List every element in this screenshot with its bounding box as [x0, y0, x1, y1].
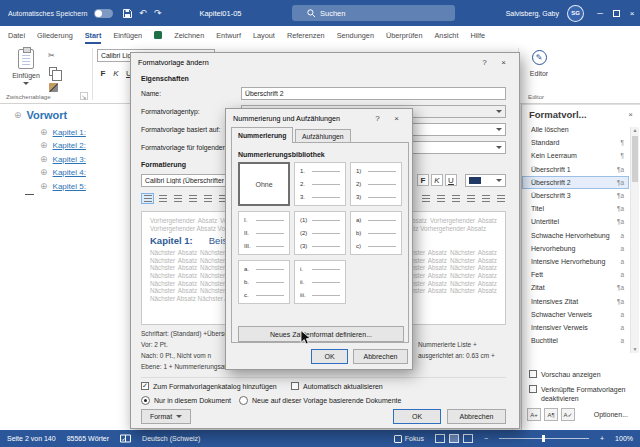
based-documents-radio[interactable]: Neue auf dieser Vorlage basierende Dokum… — [239, 396, 401, 405]
dialog-title-bar[interactable]: Formatvorlage ändern ? × — [131, 53, 519, 71]
align-justify-icon[interactable] — [186, 193, 199, 204]
help-icon[interactable]: ? — [369, 111, 386, 125]
ribbon-tab-gliederung[interactable]: Gliederung — [37, 26, 73, 44]
outline-expand-icon[interactable]: ⊕ — [40, 127, 48, 137]
minimize-button[interactable]: ─ — [592, 0, 608, 26]
heading-kapitel-4[interactable]: Kapitel 4: — [53, 168, 86, 177]
scrollbar-thumb[interactable] — [632, 136, 638, 182]
style-item-schwache-hervorhebung[interactable]: Schwache Hervorhebunga — [522, 229, 629, 242]
italic-button[interactable]: K — [110, 67, 122, 79]
align-left-icon[interactable] — [141, 193, 154, 204]
style-item-zitat[interactable]: Zitat¶a — [522, 281, 629, 294]
tab-nummerierung[interactable]: Nummerierung — [231, 127, 293, 143]
zoom-level[interactable]: 100% — [615, 435, 633, 442]
style-inspector-button[interactable]: A¶ — [544, 408, 558, 421]
zoom-slider-thumb[interactable] — [542, 435, 545, 442]
green-addin-icon[interactable] — [154, 31, 162, 39]
ok-button[interactable]: OK — [311, 349, 348, 364]
numbering-option-decimal-dot[interactable]: 1. 2. 3. — [294, 162, 346, 206]
numbering-option-decimal-paren[interactable]: 1) 2) 3) — [350, 162, 402, 206]
manage-styles-button[interactable]: A✓ — [561, 408, 575, 421]
add-to-gallery-checkbox[interactable]: Zum Formatvorlagenkatalog hinzufügen — [141, 382, 277, 390]
preview-checkbox[interactable]: Vorschau anzeigen — [529, 370, 601, 378]
outline-row[interactable]: ⊕ Kapitel 2: — [40, 140, 86, 150]
ribbon-tab-start[interactable]: Start — [85, 26, 102, 44]
style-item-fett[interactable]: Fetta — [522, 268, 629, 281]
page-indicator[interactable]: Seite 2 von 140 — [7, 435, 56, 442]
scroll-down-icon[interactable]: ▼ — [631, 346, 639, 352]
focus-button[interactable]: Fokus — [394, 435, 424, 443]
zoom-in-button[interactable]: + — [600, 435, 604, 442]
editor-button[interactable]: ✎ Editor — [524, 50, 554, 77]
word-count[interactable]: 85565 Wörter — [67, 435, 109, 442]
ribbon-tab-ansicht[interactable]: Ansicht — [434, 26, 458, 44]
heading-kapitel-2[interactable]: Kapitel 2: — [53, 141, 86, 150]
style-item-standard[interactable]: Standard¶ — [522, 136, 629, 149]
outline-row[interactable]: ⊕ Kapitel 4: — [40, 167, 86, 177]
style-item-buchtitel[interactable]: Buchtitela — [522, 334, 629, 347]
outline-expand-icon[interactable]: ⊕ — [14, 110, 22, 120]
spellcheck-icon[interactable] — [120, 434, 131, 443]
style-item-ueberschrift-3[interactable]: Überschrift 3¶a — [522, 189, 629, 202]
heading-kapitel-5[interactable]: Kapitel 5: — [53, 182, 86, 191]
outline-expand-icon[interactable]: ⊕ — [40, 181, 48, 191]
auto-update-checkbox[interactable]: Automatisch aktualisieren — [291, 382, 383, 390]
numbering-option-alpha-paren[interactable]: a) b) c) — [350, 211, 402, 255]
ribbon-tab-sendungen[interactable]: Sendungen — [337, 26, 374, 44]
zoom-out-button[interactable]: − — [484, 435, 488, 442]
close-icon[interactable]: × — [388, 111, 405, 125]
cut-icon[interactable]: ✂ — [48, 51, 55, 60]
ribbon-tab-entwurf[interactable]: Entwurf — [216, 26, 241, 44]
increase-indent-icon[interactable] — [464, 193, 477, 204]
read-mode-icon[interactable] — [435, 434, 445, 443]
autosave-toggle[interactable] — [94, 9, 113, 18]
save-icon[interactable] — [120, 4, 135, 22]
outline-expand-icon[interactable]: ⊕ — [40, 154, 48, 164]
ribbon-tab-einfuegen[interactable]: Einfügen — [113, 26, 142, 44]
style-item-titel[interactable]: Titel¶a — [522, 202, 629, 215]
format-menu-button[interactable]: Format — [141, 409, 191, 424]
style-item-alle-loeschen[interactable]: Alle löschen — [522, 123, 629, 136]
numbering-option-none[interactable]: Ohne — [238, 162, 290, 206]
numbering-option-roman-upper[interactable]: I. II. III. — [238, 211, 290, 255]
line-spacing-1-icon[interactable] — [201, 193, 214, 204]
ribbon-tab-ueberpruefen[interactable]: Überprüfen — [386, 26, 423, 44]
user-name[interactable]: Salvisberg, Gaby — [506, 10, 559, 17]
ok-button[interactable]: OK — [393, 409, 441, 424]
outline-row[interactable]: ⊕ Kapitel 5: — [40, 181, 86, 191]
ribbon-tab-datei[interactable]: Datei — [8, 26, 25, 44]
align-center-icon[interactable] — [156, 193, 169, 204]
style-item-untertitel[interactable]: Untertitel¶a — [522, 215, 629, 228]
styles-list-scrollbar[interactable]: ▲ ▼ — [630, 127, 639, 353]
web-layout-icon[interactable] — [463, 434, 473, 443]
numbering-option-alpha-dot[interactable]: a. b. c. — [238, 260, 290, 304]
cancel-button[interactable]: Abbrechen — [353, 349, 408, 364]
new-style-button[interactable]: A+ — [527, 408, 541, 421]
dialog-font-color-dropdown[interactable] — [465, 174, 506, 187]
redo-icon[interactable]: ↷ — [150, 4, 165, 22]
styles-options-link[interactable]: Optionen... — [594, 411, 628, 418]
bold-button[interactable]: F — [97, 67, 109, 79]
outline-expand-icon[interactable]: ⊕ — [40, 167, 48, 177]
style-item-ueberschrift-2[interactable]: Überschrift 2¶a — [522, 176, 629, 189]
only-document-radio[interactable]: Nur in diesem Dokument — [141, 396, 231, 405]
align-right-icon[interactable] — [171, 193, 184, 204]
ribbon-tab-referenzen[interactable]: Referenzen — [287, 26, 325, 44]
copy-icon[interactable] — [49, 67, 57, 76]
style-item-intensives-zitat[interactable]: Intensives Zitat¶a — [522, 294, 629, 307]
styles-pane-close-icon[interactable]: × — [628, 110, 633, 119]
style-item-hervorhebung[interactable]: Hervorhebunga — [522, 242, 629, 255]
outline-expand-icon[interactable]: ⊕ — [40, 140, 48, 150]
heading-vorwort[interactable]: Vorwort — [27, 109, 68, 121]
cancel-button[interactable]: Abbrechen — [447, 409, 506, 424]
dialog-italic-button[interactable]: K — [431, 174, 443, 186]
zoom-slider[interactable] — [499, 438, 589, 439]
name-input[interactable]: Überschrift 2 — [241, 87, 506, 100]
style-item-intensive-hervorhebung[interactable]: Intensive Hervorhebunga — [522, 255, 629, 268]
close-button[interactable]: × — [624, 0, 640, 26]
language-indicator[interactable]: Deutsch (Schweiz) — [142, 435, 200, 442]
disable-linked-checkbox[interactable]: Verknüpfte Formatvorlagen deaktivieren — [529, 385, 629, 403]
style-item-kein-leerraum[interactable]: Kein Leerraum¶ — [522, 149, 629, 162]
ribbon-tab-layout[interactable]: Layout — [253, 26, 275, 44]
dialog-bold-button[interactable]: F — [417, 174, 429, 186]
